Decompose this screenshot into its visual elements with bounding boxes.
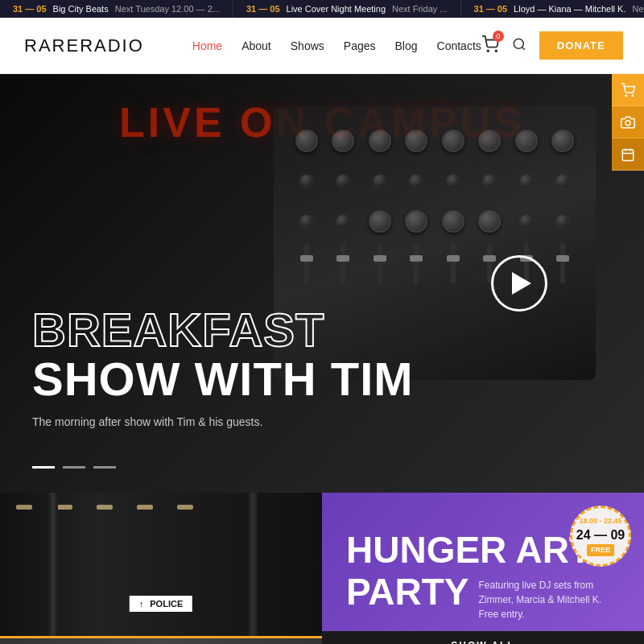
svg-line-3 bbox=[522, 47, 524, 49]
hero-content: BREAKFAST SHOW WITH TIM The morning afte… bbox=[32, 306, 414, 428]
ticker-time-3: Next Sun... bbox=[633, 4, 645, 14]
slider-dots bbox=[32, 466, 116, 469]
ticker-time-2: Next Friday ... bbox=[392, 4, 447, 14]
badge-free: FREE bbox=[587, 544, 614, 556]
nav-contacts[interactable]: Contacts bbox=[437, 39, 481, 52]
dot-1[interactable] bbox=[32, 466, 55, 469]
badge-date: 24 — 09 bbox=[576, 526, 625, 544]
ticker-date-3: 31 — 05 bbox=[474, 4, 508, 14]
svg-point-1 bbox=[495, 50, 497, 52]
ticker-title-2: Live Cover Night Meeting bbox=[287, 4, 386, 14]
ticker-date-1: 31 — 05 bbox=[13, 4, 47, 14]
hero-title-line2: SHOW WITH TIM bbox=[32, 355, 414, 404]
svg-point-6 bbox=[625, 120, 630, 125]
ticker-item-1: 31 — 05 Big City Beats Next Tuesday 12.0… bbox=[0, 0, 233, 18]
show-all-bar[interactable]: SHOW ALL bbox=[322, 631, 644, 644]
subway-light-2 bbox=[56, 505, 72, 510]
time-badge: 18.00 - 22.45 24 — 09 FREE bbox=[570, 506, 631, 567]
side-cart-icon[interactable] bbox=[612, 74, 644, 106]
dot-2[interactable] bbox=[63, 466, 85, 469]
subway-panel: ↑ POLICE bbox=[0, 493, 322, 644]
nav-home[interactable]: Home bbox=[192, 39, 222, 52]
subway-light-1 bbox=[16, 505, 32, 510]
subway-light-5 bbox=[177, 505, 193, 510]
nav-links: Home About Shows Pages Blog Contacts bbox=[192, 39, 481, 52]
ticker-item-2: 31 — 05 Live Cover Night Meeting Next Fr… bbox=[233, 0, 461, 18]
ticker-title-1: Big City Beats bbox=[53, 4, 109, 14]
hero-subtitle: The morning after show with Tim & his gu… bbox=[32, 415, 414, 428]
hero-title: BREAKFAST SHOW WITH TIM bbox=[32, 306, 414, 404]
side-calendar-icon[interactable] bbox=[612, 138, 644, 171]
cart-button[interactable]: 0 bbox=[481, 35, 499, 56]
nav-blog[interactable]: Blog bbox=[395, 39, 418, 52]
donate-button[interactable]: DONATE bbox=[539, 31, 623, 60]
subway-floor bbox=[0, 636, 322, 644]
logo[interactable]: RARERADIO bbox=[24, 35, 144, 56]
subway-light-4 bbox=[137, 505, 153, 510]
subway-arrow-icon: ↑ bbox=[139, 599, 144, 609]
badge-time: 18.00 - 22.45 bbox=[579, 516, 621, 526]
svg-point-5 bbox=[632, 95, 634, 97]
nav-about[interactable]: About bbox=[242, 39, 271, 52]
subway-sign: ↑ POLICE bbox=[130, 596, 192, 612]
ticker-title-3: Lloyd — Kiana — Mitchell K. bbox=[514, 4, 625, 14]
svg-point-4 bbox=[625, 95, 627, 97]
svg-point-0 bbox=[487, 50, 489, 52]
subway-sign-text: POLICE bbox=[150, 599, 183, 609]
dot-3[interactable] bbox=[93, 466, 116, 469]
svg-point-2 bbox=[514, 39, 523, 48]
navbar: RARERADIO Home About Shows Pages Blog Co… bbox=[0, 18, 644, 74]
time-badge-circle: 18.00 - 22.45 24 — 09 FREE bbox=[570, 506, 631, 567]
nav-pages[interactable]: Pages bbox=[344, 39, 376, 52]
bottom-section: ↑ POLICE 18.00 - 22.45 24 — 09 FREE HUNG… bbox=[0, 493, 644, 644]
subway-column-right bbox=[248, 493, 258, 644]
side-camera-icon[interactable] bbox=[612, 106, 644, 138]
ticker-time-1: Next Tuesday 12.00 — 2... bbox=[115, 4, 220, 14]
event-desc-row: PARTY Featuring live DJ sets from Zimmer… bbox=[346, 573, 620, 621]
event-panel: 18.00 - 22.45 24 — 09 FREE HUNGER ART PA… bbox=[322, 493, 644, 644]
event-title-line2: PARTY bbox=[346, 573, 469, 610]
cart-badge: 0 bbox=[493, 31, 504, 42]
nav-shows[interactable]: Shows bbox=[291, 39, 324, 52]
subway-column-left bbox=[48, 493, 58, 644]
hero-section: LIVE ON CAMPUS bbox=[0, 74, 644, 493]
play-icon bbox=[512, 272, 531, 295]
event-description: Featuring live DJ sets from Zimmer, Marc… bbox=[479, 573, 608, 621]
side-icons bbox=[612, 74, 644, 171]
logo-main: RARE bbox=[24, 35, 80, 56]
ticker-date-2: 31 — 05 bbox=[246, 4, 280, 14]
svg-rect-7 bbox=[622, 150, 634, 161]
show-all-text: SHOW ALL bbox=[451, 640, 515, 644]
play-button[interactable] bbox=[491, 255, 547, 312]
hero-title-line1: BREAKFAST bbox=[32, 306, 414, 355]
ticker-bar: 31 — 05 Big City Beats Next Tuesday 12.0… bbox=[0, 0, 644, 18]
nav-actions: 0 DONATE bbox=[481, 31, 623, 60]
search-button[interactable] bbox=[512, 37, 526, 55]
ticker-item-3: 31 — 05 Lloyd — Kiana — Mitchell K. Next… bbox=[461, 0, 644, 18]
logo-sub: RADIO bbox=[80, 35, 144, 56]
subway-light-3 bbox=[97, 505, 113, 510]
